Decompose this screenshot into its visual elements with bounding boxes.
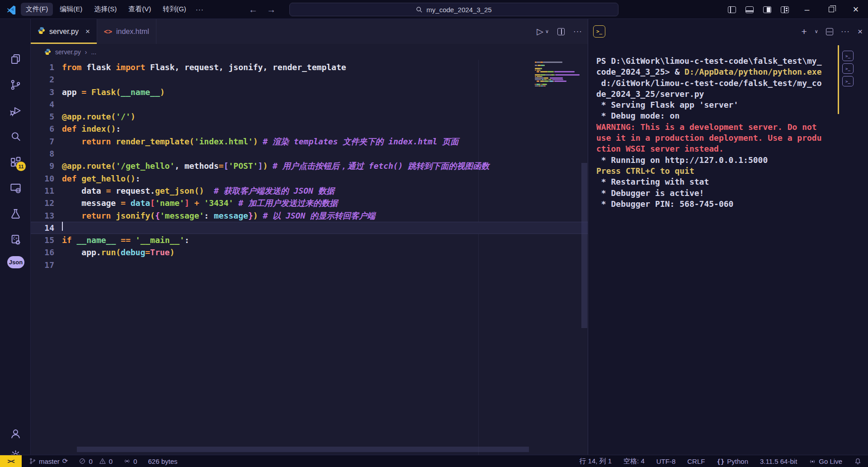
ports-status[interactable]: 0 bbox=[123, 457, 137, 465]
code-token: = bbox=[121, 197, 126, 209]
activity-item-source-control[interactable] bbox=[9, 79, 22, 91]
menu-item[interactable]: 转到(G) bbox=[158, 3, 191, 16]
terminal-list-item-icon[interactable]: >_ bbox=[842, 76, 854, 86]
menu-item[interactable]: 文件(F) bbox=[21, 3, 53, 16]
activity-item-extensions[interactable]: 11 bbox=[9, 156, 22, 168]
nav-back-icon[interactable]: ← bbox=[249, 5, 258, 15]
status-cursor-position[interactable]: 行 14, 列 1 bbox=[579, 457, 612, 466]
code-line[interactable]: 11 data = request.get_json() # 获取客户端发送的 … bbox=[31, 185, 588, 197]
horizontal-scrollbar[interactable] bbox=[77, 447, 529, 452]
problems-status[interactable]: 0 0 bbox=[79, 457, 113, 465]
extensions-badge: 11 bbox=[16, 162, 26, 171]
status-label: 3.11.5 64-bit bbox=[760, 457, 797, 465]
tab-close-icon[interactable]: × bbox=[85, 27, 90, 36]
terminal-list-item-icon[interactable]: >_ bbox=[842, 63, 854, 74]
menu-item[interactable]: 编辑(E) bbox=[55, 3, 87, 16]
code-token: : bbox=[204, 210, 214, 222]
breadcrumb[interactable]: server.py › ... bbox=[31, 44, 588, 60]
terminal-more-actions-icon[interactable]: ··· bbox=[841, 27, 850, 36]
terminal-line: * Debug mode: on bbox=[596, 110, 868, 121]
line-number: 16 bbox=[31, 246, 54, 258]
run-debug-icon bbox=[9, 105, 22, 117]
menu-more-button[interactable]: ··· bbox=[191, 4, 208, 15]
terminal-line: d:/GitWork/limou-c-test-code/falsk_test/… bbox=[596, 78, 868, 89]
command-center-search[interactable]: my_code_2024_3_25 bbox=[289, 3, 618, 16]
code-line[interactable]: 13 return jsonify({'message': message}) … bbox=[31, 210, 588, 222]
breadcrumb-more: ... bbox=[91, 48, 96, 56]
nav-forward-icon[interactable]: → bbox=[267, 5, 276, 15]
activity-item-search[interactable] bbox=[9, 130, 22, 143]
editor-more-actions-icon[interactable]: ··· bbox=[573, 27, 582, 36]
file-size-status[interactable]: 626 bytes bbox=[148, 457, 177, 465]
run-python-file-button[interactable]: ▷ ∨ bbox=[537, 26, 549, 37]
activity-item-code-tools[interactable]: C+ bbox=[9, 234, 22, 246]
code-line[interactable]: 1from flask import Flask, request, jsoni… bbox=[31, 61, 588, 73]
terminal-dropdown-icon[interactable]: ∨ bbox=[815, 29, 818, 34]
restore-button[interactable] bbox=[819, 0, 844, 19]
code-token: ) bbox=[253, 210, 258, 222]
status-go-live[interactable]: Go Live bbox=[809, 457, 842, 465]
tab-server-py[interactable]: server.py × bbox=[31, 19, 97, 44]
menu-item[interactable]: 查看(V) bbox=[123, 3, 156, 16]
terminal-tabs-sash[interactable] bbox=[838, 45, 839, 114]
activity-item-explorer[interactable] bbox=[9, 53, 22, 65]
minimap[interactable] bbox=[535, 62, 582, 89]
close-panel-icon[interactable]: × bbox=[858, 27, 863, 37]
activity-item-run-debug[interactable] bbox=[9, 105, 22, 117]
new-terminal-button[interactable]: + bbox=[802, 26, 807, 37]
chevron-down-icon: ∨ bbox=[545, 29, 549, 34]
breadcrumb-separator: › bbox=[85, 48, 87, 56]
code-token: __name__ bbox=[121, 86, 160, 98]
code-line[interactable]: 14 bbox=[31, 222, 588, 234]
code-line[interactable]: 3app = Flask(__name__) bbox=[31, 86, 588, 98]
activity-item-remote-explorer[interactable] bbox=[9, 182, 22, 194]
terminal-output[interactable]: PS D:\GitWork\limou-c-test-code\falsk_te… bbox=[588, 44, 868, 210]
code-line[interactable]: 4 bbox=[31, 98, 588, 110]
broadcast-icon bbox=[123, 457, 131, 465]
toggle-panel-icon[interactable] bbox=[745, 6, 754, 13]
code-token: { bbox=[155, 210, 160, 222]
close-button[interactable]: × bbox=[844, 0, 868, 19]
terminal-tab-icon[interactable]: >_ bbox=[593, 25, 605, 38]
status-encoding[interactable]: UTF-8 bbox=[656, 457, 676, 465]
code-line[interactable]: 7 return render_template('index.html') #… bbox=[31, 135, 588, 148]
terminal-list-item-icon[interactable]: >_ bbox=[842, 51, 854, 61]
status-eol[interactable]: CRLF bbox=[687, 457, 705, 465]
tab-index-html[interactable]: <> index.html bbox=[97, 19, 156, 44]
status-python-version[interactable]: 3.11.5 64-bit bbox=[760, 457, 797, 465]
code-token bbox=[258, 135, 263, 148]
customize-layout-icon[interactable] bbox=[781, 6, 789, 13]
vertical-scrollbar[interactable] bbox=[581, 163, 587, 328]
file-size: 626 bytes bbox=[148, 457, 177, 465]
terminal-line: WARNING: This is a development server. D… bbox=[596, 122, 868, 133]
minimize-button[interactable]: – bbox=[795, 0, 819, 19]
activity-item-json[interactable]: Json bbox=[9, 256, 22, 268]
code-line[interactable]: 9@app.route('/get_hello', methods=['POST… bbox=[31, 160, 588, 172]
code-line[interactable]: 6def index(): bbox=[31, 123, 588, 135]
split-terminal-icon[interactable] bbox=[826, 28, 833, 35]
code-line[interactable]: 10def get_hello(): bbox=[31, 172, 588, 185]
code-line[interactable]: 5@app.route('/') bbox=[31, 110, 588, 123]
explorer-icon bbox=[9, 53, 22, 65]
status-language-mode[interactable]: {}Python bbox=[717, 457, 748, 465]
split-editor-icon[interactable] bbox=[557, 28, 565, 35]
code-editor[interactable]: 1from flask import Flask, request, jsoni… bbox=[31, 60, 588, 455]
code-line[interactable]: 8 bbox=[31, 148, 588, 160]
code-token: : bbox=[136, 172, 141, 185]
code-token bbox=[258, 210, 263, 222]
code-line[interactable]: 15if __name__ == '__main__': bbox=[31, 234, 588, 246]
activity-item-account[interactable] bbox=[9, 428, 22, 440]
code-line[interactable]: 17 bbox=[31, 259, 588, 271]
status-notifications[interactable] bbox=[854, 457, 862, 465]
code-line[interactable]: 12 message = data['name'] + '3434' # 加工用… bbox=[31, 197, 588, 209]
toggle-sidebar-icon[interactable] bbox=[728, 6, 736, 13]
remote-indicator[interactable]: >< bbox=[0, 455, 22, 467]
toggle-secondary-sidebar-icon[interactable] bbox=[763, 6, 771, 13]
git-branch-status[interactable]: master ⟳ bbox=[29, 457, 68, 465]
code-line[interactable]: 16 app.run(debug=True) bbox=[31, 246, 588, 258]
minimap-line bbox=[535, 74, 582, 76]
menu-item[interactable]: 选择(S) bbox=[89, 3, 122, 16]
code-line[interactable]: 2 bbox=[31, 73, 588, 86]
activity-item-testing[interactable] bbox=[9, 208, 22, 220]
status-indentation[interactable]: 空格: 4 bbox=[623, 457, 645, 466]
